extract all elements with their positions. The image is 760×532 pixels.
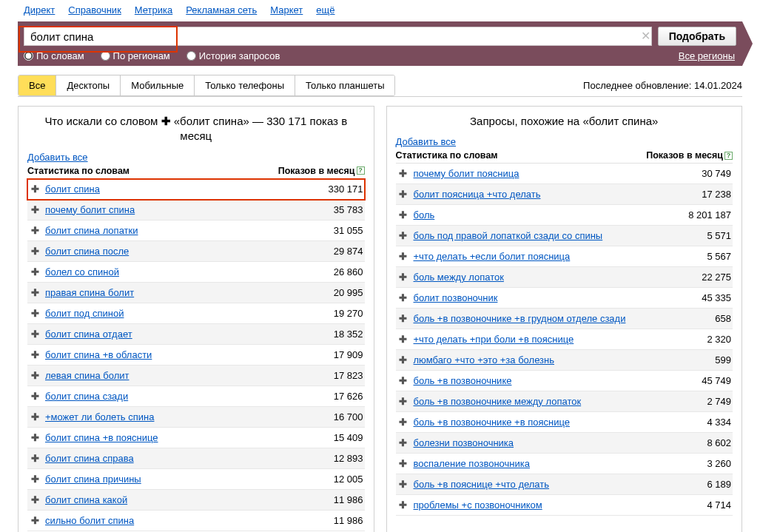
radio-history[interactable]: История запросов <box>186 50 280 61</box>
keyword-link[interactable]: боль +в позвоночнике +в пояснице <box>414 417 570 428</box>
keyword-link[interactable]: боль +в позвоночнике <box>414 375 512 386</box>
add-keyword-icon[interactable]: ✚ <box>397 272 409 283</box>
keyword-link[interactable]: воспаление позвоночника <box>414 458 530 469</box>
keyword-link[interactable]: болит спина какой <box>45 494 127 505</box>
topnav-link[interactable]: Маркет <box>270 4 303 16</box>
radio-by-words[interactable]: По словам <box>24 50 84 61</box>
add-keyword-icon[interactable]: ✚ <box>397 168 409 179</box>
add-keyword-icon[interactable]: ✚ <box>397 209 409 220</box>
keyword-cell: болит поясница +что делать <box>409 189 665 200</box>
keyword-link[interactable]: болит спина сзади <box>45 391 128 402</box>
add-keyword-icon[interactable]: ✚ <box>397 334 409 345</box>
topnav-link[interactable]: Рекламная сеть <box>186 4 257 16</box>
add-keyword-icon[interactable]: ✚ <box>397 189 409 200</box>
keyword-link[interactable]: сильно болит спина <box>45 515 134 526</box>
add-keyword-icon[interactable]: ✚ <box>29 287 41 298</box>
keyword-link[interactable]: боль +в позвоночнике +в грудном отделе с… <box>414 313 626 324</box>
impressions-cell: 15 409 <box>297 432 363 443</box>
topnav-link[interactable]: Метрика <box>135 4 172 16</box>
keyword-link[interactable]: +может ли болеть спина <box>45 411 154 422</box>
keyword-link[interactable]: почему болит спина <box>45 204 135 215</box>
keyword-link[interactable]: болел со спиной <box>45 266 119 277</box>
add-keyword-icon[interactable]: ✚ <box>29 370 41 381</box>
add-keyword-icon[interactable]: ✚ <box>397 499 409 511</box>
keyword-link[interactable]: болит спина +в области <box>45 349 152 360</box>
table-row: ✚болел со спиной26 860 <box>27 262 365 283</box>
keyword-link[interactable]: болит спина справа <box>45 453 134 464</box>
add-keyword-icon[interactable]: ✚ <box>29 308 41 319</box>
add-keyword-icon[interactable]: ✚ <box>397 437 409 448</box>
keyword-link[interactable]: боль между лопаток <box>414 272 504 283</box>
tab-all[interactable]: Все <box>19 75 56 95</box>
add-keyword-icon[interactable]: ✚ <box>29 329 41 340</box>
add-keyword-icon[interactable]: ✚ <box>397 292 409 303</box>
add-keyword-icon[interactable]: ✚ <box>397 251 409 262</box>
add-keyword-icon[interactable]: ✚ <box>397 354 409 366</box>
add-keyword-icon[interactable]: ✚ <box>397 396 409 407</box>
keyword-cell: +что делать +при боли +в пояснице <box>409 334 665 345</box>
add-keyword-icon[interactable]: ✚ <box>29 204 41 215</box>
all-regions-link[interactable]: Все регионы <box>679 50 736 61</box>
table-row: ✚боль +в позвоночнике между лопаток2 749 <box>396 391 733 412</box>
topnav-link[interactable]: ещё <box>316 4 334 16</box>
add-keyword-icon[interactable]: ✚ <box>29 183 41 195</box>
search-button[interactable]: Подобрать <box>658 27 736 46</box>
topnav-link[interactable]: Директ <box>24 4 55 16</box>
add-keyword-icon[interactable]: ✚ <box>29 515 41 526</box>
impressions-cell: 26 860 <box>297 266 363 277</box>
keyword-link[interactable]: болит поясница +что делать <box>414 189 541 200</box>
keyword-link[interactable]: болезни позвоночника <box>414 437 514 448</box>
add-keyword-icon[interactable]: ✚ <box>397 479 409 490</box>
keyword-link[interactable]: болит позвоночник <box>414 292 498 303</box>
add-keyword-icon[interactable]: ✚ <box>397 417 409 428</box>
add-keyword-icon[interactable]: ✚ <box>29 225 41 236</box>
add-keyword-icon[interactable]: ✚ <box>29 411 41 422</box>
add-all-right[interactable]: Добавить все <box>396 136 457 147</box>
add-keyword-icon[interactable]: ✚ <box>397 313 409 324</box>
keyword-cell: проблемы +с позвоночником <box>409 499 665 511</box>
clear-icon[interactable]: ✕ <box>639 30 652 43</box>
tab-tablets[interactable]: Только планшеты <box>295 75 394 95</box>
keyword-link[interactable]: боль <box>414 209 435 220</box>
help-icon[interactable]: ? <box>724 152 733 160</box>
help-icon[interactable]: ? <box>357 166 365 175</box>
add-keyword-icon[interactable]: ✚ <box>397 375 409 386</box>
keyword-link[interactable]: +что делать +если болит поясница <box>414 251 571 262</box>
add-all-left[interactable]: Добавить все <box>27 152 88 163</box>
tab-mobile[interactable]: Мобильные <box>121 75 195 95</box>
radio-by-regions[interactable]: По регионам <box>101 50 170 61</box>
keyword-link[interactable]: правая спина болит <box>45 287 134 298</box>
keyword-link[interactable]: почему болит поясница <box>414 168 519 179</box>
add-keyword-icon[interactable]: ✚ <box>397 230 409 241</box>
topnav-link[interactable]: Справочник <box>68 4 121 16</box>
keyword-link[interactable]: люмбаго +что +это +за болезнь <box>414 354 555 366</box>
keyword-link[interactable]: левая спина болит <box>45 370 129 381</box>
add-keyword-icon[interactable]: ✚ <box>397 458 409 469</box>
keyword-link[interactable]: боль +в пояснице +что делать <box>414 479 550 490</box>
search-input[interactable] <box>24 27 652 46</box>
add-keyword-icon[interactable]: ✚ <box>29 391 41 402</box>
keyword-link[interactable]: болит спина причины <box>45 474 141 485</box>
add-keyword-icon[interactable]: ✚ <box>29 453 41 464</box>
keyword-link[interactable]: болит спина отдает <box>45 329 132 340</box>
tab-phones[interactable]: Только телефоны <box>195 75 295 95</box>
add-keyword-icon[interactable]: ✚ <box>29 246 41 257</box>
keyword-link[interactable]: боль +в позвоночнике между лопаток <box>414 396 582 407</box>
add-keyword-icon[interactable]: ✚ <box>29 266 41 277</box>
table-row: ✚болит спина лопатки31 055 <box>27 220 365 241</box>
keyword-link[interactable]: боль под правой лопаткой сзади со спины <box>414 230 603 241</box>
add-keyword-icon[interactable]: ✚ <box>29 494 41 505</box>
keyword-link[interactable]: болит спина после <box>45 246 129 257</box>
add-keyword-icon[interactable]: ✚ <box>29 432 41 443</box>
add-keyword-icon[interactable]: ✚ <box>29 349 41 360</box>
keyword-link[interactable]: проблемы +с позвоночником <box>414 499 542 511</box>
keyword-link[interactable]: болит спина лопатки <box>45 225 138 236</box>
keyword-link[interactable]: болит спина +в пояснице <box>45 432 158 443</box>
keyword-link[interactable]: болит под спиной <box>45 308 124 319</box>
add-keyword-icon[interactable]: ✚ <box>29 474 41 485</box>
keyword-link[interactable]: болит спина <box>45 183 100 195</box>
impressions-cell: 2 320 <box>665 334 731 345</box>
tab-desktops[interactable]: Десктопы <box>56 75 121 95</box>
keyword-link[interactable]: +что делать +при боли +в пояснице <box>414 334 574 345</box>
keyword-cell: левая спина болит <box>41 370 297 381</box>
